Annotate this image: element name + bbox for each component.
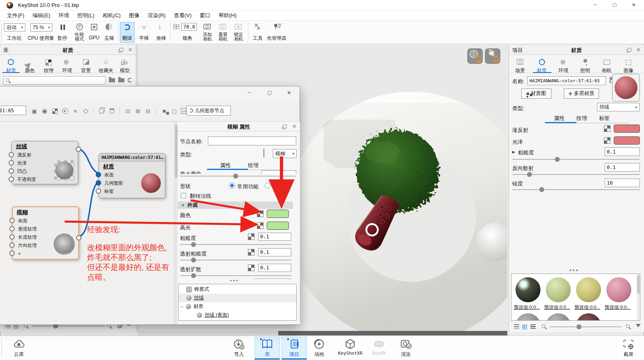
- dock-keyshotxr[interactable]: KeyShotXR: [335, 338, 366, 356]
- menu-file[interactable]: 文件(F): [3, 12, 28, 19]
- specular-texture-button[interactable]: [257, 222, 263, 229]
- expand-arrow-icon[interactable]: ▶: [512, 150, 515, 154]
- sharpness-slider[interactable]: [512, 189, 640, 190]
- graph-canvas[interactable]: 丝绒 漫反射 光泽 凹凸 不透明度 HAIMIANWANG:color:57:6…: [0, 122, 174, 324]
- subtab-properties[interactable]: 属性: [554, 115, 565, 122]
- delete-node-icon[interactable]: [263, 150, 264, 157]
- dock-cloud-library[interactable]: 云库: [7, 338, 30, 358]
- trans-roughness-texture-button[interactable]: [248, 249, 254, 256]
- denoise-icon[interactable]: [106, 23, 113, 30]
- close-button[interactable]: ✕: [628, 2, 640, 8]
- float-panel-icon[interactable]: [283, 125, 287, 128]
- graph-scrollbar[interactable]: [174, 122, 178, 324]
- trans-roughness-slider[interactable]: [180, 260, 291, 260]
- material-graph-window[interactable]: ─ ▢ ✕ ▣ ◉ ▶ ≡ ⊡ ⊞ ⊟ ▢: [0, 86, 300, 325]
- fov-input[interactable]: [181, 23, 197, 31]
- trans-spread-slider[interactable]: [180, 275, 291, 276]
- material-ball-icon[interactable]: ◉: [41, 107, 48, 115]
- add-camera-icon[interactable]: [203, 23, 212, 30]
- subtab-labels[interactable]: 标签: [599, 115, 610, 122]
- reset-camera-icon[interactable]: [218, 23, 227, 30]
- float-panel-icon[interactable]: [119, 48, 123, 52]
- preset-label[interactable]: 预设值:0:0...: [514, 304, 540, 310]
- backscatter-slider[interactable]: [512, 174, 640, 175]
- material-name-input[interactable]: [527, 76, 606, 85]
- menu-view[interactable]: 查看(V): [170, 12, 195, 19]
- material-preview[interactable]: [612, 74, 640, 102]
- input-port[interactable]: [9, 152, 14, 157]
- lock-camera-icon[interactable]: [234, 23, 243, 30]
- tree-view-icon[interactable]: [531, 324, 536, 329]
- float-panel-icon[interactable]: [628, 48, 631, 52]
- tools-icon[interactable]: [254, 23, 262, 31]
- graph-material-name-input[interactable]: [0, 106, 26, 115]
- diffuse-swatch[interactable]: [614, 125, 640, 133]
- gpu-icon[interactable]: [91, 24, 97, 30]
- grid-view-icon[interactable]: [522, 324, 527, 329]
- diffuse-texture-button[interactable]: [604, 125, 610, 132]
- fuzz-roughness-input[interactable]: [258, 233, 291, 241]
- clipped-row-slider[interactable]: [180, 176, 296, 177]
- tab-textures[interactable]: 纹理: [248, 162, 259, 169]
- subtab-textures[interactable]: 纹理: [576, 115, 587, 122]
- dock-animation[interactable]: 动画: [308, 338, 331, 358]
- filter-icon[interactable]: [636, 324, 641, 330]
- output-port[interactable]: [76, 235, 81, 240]
- close-panel-icon[interactable]: ✕: [128, 47, 133, 53]
- roughness-slider[interactable]: [512, 159, 640, 160]
- preset-label[interactable]: 预设值:0:0...: [605, 304, 630, 310]
- collapse-icon[interactable]: −: [180, 304, 183, 310]
- delete-node-icon[interactable]: [108, 107, 115, 115]
- input-port-connected[interactable]: [96, 172, 101, 177]
- trans-roughness-input[interactable]: [258, 248, 291, 256]
- shape-radio-common[interactable]: [229, 183, 235, 188]
- add-folder-icon[interactable]: [109, 78, 115, 82]
- dolly-icon[interactable]: ↓: [158, 22, 162, 31]
- node-fuzz[interactable]: 模糊 表面 密度纹理 长度纹理 方向纹理 +: [12, 206, 79, 260]
- animation-icon[interactable]: ▶: [61, 107, 69, 115]
- splitter-dots[interactable]: •••: [230, 277, 239, 283]
- list-view-icon[interactable]: [514, 324, 519, 329]
- fuzz-specular-swatch[interactable]: [267, 222, 289, 230]
- roughness-texture-button[interactable]: [248, 233, 254, 240]
- flip-normals-checkbox[interactable]: [181, 193, 186, 198]
- minimize-button[interactable]: ─: [589, 2, 601, 7]
- preset-sphere[interactable]: [546, 313, 571, 321]
- input-port[interactable]: [9, 168, 14, 174]
- dock-import[interactable]: 导入: [227, 338, 250, 358]
- node-velvet[interactable]: 丝绒 漫反射 光泽 凹凸 不透明度: [11, 141, 78, 184]
- input-port[interactable]: [9, 234, 15, 240]
- menu-image[interactable]: 图像: [125, 12, 143, 19]
- duplicate-node-icon[interactable]: [98, 107, 105, 115]
- sharpness-input[interactable]: [605, 179, 640, 187]
- cpu-usage-dropdown[interactable]: 75 %▾: [30, 23, 52, 32]
- menu-help[interactable]: 帮助(H): [215, 12, 240, 19]
- add-utility-node-icon[interactable]: ⊟: [144, 107, 152, 115]
- input-port[interactable]: [96, 188, 101, 194]
- graph-close-button[interactable]: ✕: [287, 90, 291, 96]
- preset-label[interactable]: 预设值:0:0...: [544, 304, 570, 310]
- presets-scrollbar[interactable]: [637, 274, 640, 320]
- menu-window[interactable]: 窗口: [196, 12, 214, 19]
- preset-sphere[interactable]: [516, 277, 540, 302]
- menu-lighting[interactable]: 照明(L): [74, 12, 98, 19]
- trans-spread-texture-button[interactable]: [248, 265, 254, 271]
- input-port[interactable]: [9, 218, 15, 223]
- zoom-in-icon[interactable]: [626, 324, 630, 328]
- tree-item-honeycomb[interactable]: 蜂窝式: [179, 285, 296, 294]
- graph-minimize-button[interactable]: ─: [248, 90, 251, 95]
- graph-window-titlebar[interactable]: ─ ▢ ✕: [0, 86, 299, 100]
- input-port[interactable]: [9, 242, 15, 248]
- add-material-node-icon[interactable]: ⊡: [124, 107, 131, 115]
- dock-drag-handle[interactable]: [1, 339, 2, 357]
- preset-sphere[interactable]: [576, 313, 601, 321]
- input-port[interactable]: [9, 160, 14, 165]
- dock-library[interactable]: 库: [256, 338, 279, 358]
- thumbnail-size-slider[interactable]: [550, 326, 621, 327]
- menu-render[interactable]: 渲染(R): [144, 12, 169, 19]
- input-port[interactable]: [9, 251, 15, 256]
- refresh-library-icon[interactable]: [128, 78, 132, 82]
- save-icon[interactable]: ▣: [31, 107, 38, 115]
- dock-render[interactable]: 渲染: [394, 338, 417, 358]
- input-port-connected[interactable]: [96, 180, 101, 186]
